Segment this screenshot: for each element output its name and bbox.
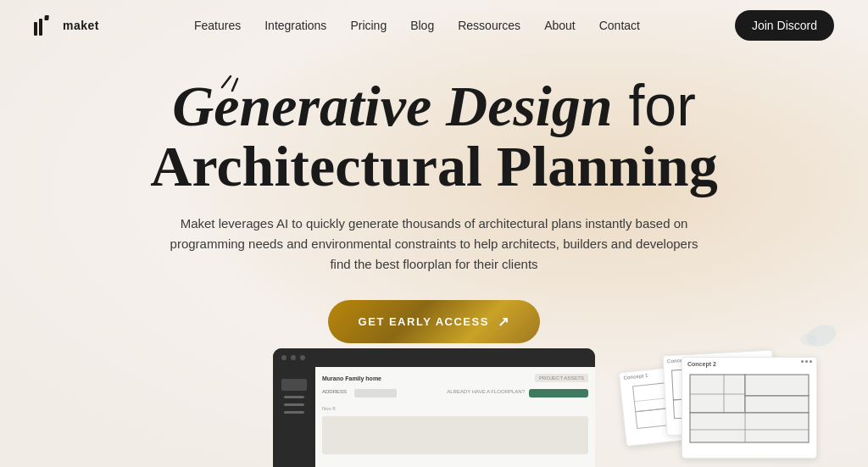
preview-area: Murano Family home PROJECT ASSETS ADDRES… bbox=[0, 331, 868, 467]
laptop-dot-3 bbox=[300, 355, 305, 360]
laptop-dot-1 bbox=[281, 355, 287, 360]
laptop-sidebar bbox=[273, 367, 315, 467]
svg-rect-14 bbox=[690, 375, 745, 413]
svg-rect-15 bbox=[745, 375, 809, 396]
svg-line-0 bbox=[222, 76, 231, 87]
nav-features[interactable]: Features bbox=[194, 19, 241, 32]
svg-rect-16 bbox=[745, 396, 809, 413]
cta-arrow-icon: ↗ bbox=[498, 314, 510, 330]
laptop-content: Murano Family home PROJECT ASSETS ADDRES… bbox=[315, 367, 595, 467]
header: maket Features Integrations Pricing Blog… bbox=[0, 0, 868, 51]
floorplan-sheets: Concept 1 Concept 1 Concept 2 bbox=[580, 331, 817, 459]
nav-contact[interactable]: Contact bbox=[599, 19, 640, 32]
nav-blog[interactable]: Blog bbox=[410, 19, 434, 32]
logo[interactable]: maket bbox=[34, 15, 99, 36]
svg-rect-3 bbox=[39, 19, 42, 36]
svg-rect-17 bbox=[690, 413, 809, 442]
laptop-titlebar bbox=[273, 348, 595, 367]
floorplan-sheet-main: Concept 2 bbox=[682, 357, 817, 459]
svg-line-1 bbox=[232, 79, 237, 91]
join-discord-button[interactable]: Join Discord bbox=[735, 10, 834, 41]
hero-subtitle: Maket leverages AI to quickly generate t… bbox=[146, 214, 722, 275]
nav-pricing[interactable]: Pricing bbox=[350, 19, 387, 32]
hero-section: Generative Design for Architectural Plan… bbox=[0, 51, 868, 343]
laptop-row-2: Nov 8 bbox=[322, 403, 588, 411]
hero-title-rest: for bbox=[613, 73, 696, 137]
laptop-dot-2 bbox=[291, 355, 296, 360]
logo-text: maket bbox=[63, 19, 99, 32]
svg-rect-2 bbox=[34, 22, 37, 36]
svg-line-8 bbox=[634, 398, 668, 402]
hero-title-line2: Architectural Planning bbox=[150, 135, 717, 198]
nav-integrations[interactable]: Integrations bbox=[264, 19, 326, 32]
laptop-screen: Murano Family home PROJECT ASSETS ADDRES… bbox=[273, 367, 595, 467]
sparkle-decoration bbox=[205, 72, 248, 114]
laptop-row-1: ADDRESS ALREADY HAVE A FLOORPLAN? bbox=[322, 389, 588, 398]
cta-label: GET EARLY ACCESS bbox=[359, 315, 489, 328]
nav-about[interactable]: About bbox=[544, 19, 576, 32]
nav-ressources[interactable]: Ressources bbox=[458, 19, 520, 32]
laptop-mockup: Murano Family home PROJECT ASSETS ADDRES… bbox=[273, 348, 595, 467]
logo-icon bbox=[34, 15, 58, 36]
main-nav: Features Integrations Pricing Blog Resso… bbox=[194, 19, 640, 32]
svg-rect-4 bbox=[44, 15, 49, 20]
watercolor-decoration bbox=[792, 314, 843, 360]
